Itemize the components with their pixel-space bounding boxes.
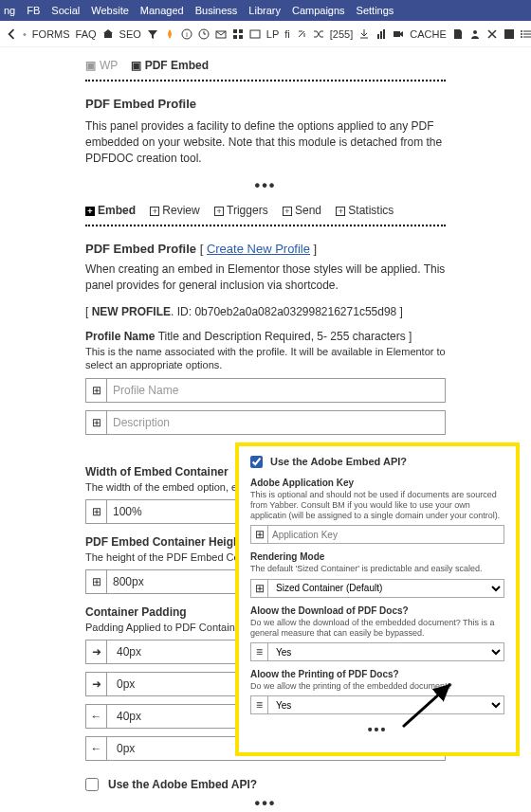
expand-icon[interactable]	[250, 579, 267, 598]
profile-id-line: [ NEW PROFILE. ID: 0b70eb2a0a082a0329982…	[85, 305, 446, 318]
svg-rect-7	[239, 35, 243, 39]
svg-rect-9	[377, 34, 379, 39]
nav-item[interactable]: Settings	[357, 5, 394, 16]
filter-icon[interactable]	[147, 28, 158, 40]
tab-triggers[interactable]: +Triggers	[214, 204, 268, 217]
clock-icon[interactable]	[198, 28, 210, 40]
overlay-print-select[interactable]: Yes	[267, 695, 504, 714]
api-checkbox[interactable]	[85, 778, 99, 791]
divider	[85, 80, 446, 81]
overlay-download-help: Do we allow the download of the embedded…	[250, 618, 504, 640]
top-nav: ng FB Social Website Managed Business Li…	[0, 0, 531, 21]
toolbar-lp[interactable]: LP	[266, 28, 279, 40]
back-icon[interactable]	[6, 28, 17, 40]
overlay-api-label: Use the Adobe Embed API?	[270, 456, 407, 467]
nav-item[interactable]: Business	[195, 5, 238, 16]
tab-statistics[interactable]: +Statistics	[336, 204, 394, 217]
api-label: Use the Adobe Embed API?	[108, 778, 257, 791]
adobe-api-overlay: Use the Adobe Embed API? Adobe Applicati…	[235, 442, 520, 757]
video-icon[interactable]	[393, 28, 404, 40]
create-profile-link[interactable]: Create New Profile	[207, 242, 310, 256]
overlay-print-label: Aloow the Printing of PDF Docs?	[250, 669, 504, 679]
expand-icon[interactable]	[85, 499, 106, 524]
overlay-download-select[interactable]: Yes	[267, 642, 504, 661]
nav-item[interactable]: Managed	[140, 5, 184, 16]
toolbar-seo[interactable]: SEO	[119, 28, 141, 40]
bank-icon[interactable]	[102, 28, 114, 40]
ellipsis-icon[interactable]: •••	[85, 177, 446, 194]
chart-icon[interactable]	[375, 28, 387, 40]
breadcrumb-wp[interactable]: WP	[100, 59, 118, 72]
toolbar-cache[interactable]: CACHE	[410, 28, 447, 40]
toolbar: • FORMS FAQ SEO i LP fi [255] CACHE	[0, 21, 531, 47]
user-icon[interactable]	[469, 28, 481, 40]
overlay-download-label: Aloow the Download of PDF Docs?	[250, 605, 504, 616]
arrow-right-icon[interactable]: ➜	[85, 640, 106, 664]
svg-rect-8	[250, 30, 260, 38]
list-icon[interactable]	[250, 695, 267, 714]
nav-item[interactable]: Campaigns	[292, 5, 345, 16]
profile-intro: When creating an embed in Elementor thos…	[85, 262, 446, 294]
download-icon[interactable]	[358, 28, 370, 40]
arrow-left-icon[interactable]: ←	[85, 704, 106, 729]
toolbar-count: [255]	[330, 28, 353, 40]
svg-point-13	[473, 30, 477, 34]
divider	[85, 225, 446, 226]
list-icon[interactable]	[521, 28, 531, 40]
profile-name-input[interactable]	[106, 378, 446, 403]
tab-review[interactable]: +Review	[150, 204, 199, 217]
svg-rect-11	[383, 29, 385, 39]
section-title: PDF Embed Profile	[85, 97, 446, 111]
overlay-appkey-help: This is optional and should not be used …	[250, 490, 504, 522]
toolbar-faq[interactable]: FAQ	[76, 28, 97, 40]
svg-rect-10	[380, 31, 382, 39]
svg-point-17	[521, 36, 522, 38]
grid-icon[interactable]	[232, 28, 244, 40]
tools-icon[interactable]	[504, 28, 515, 40]
overlay-render-select[interactable]: Sized Container (Default)	[267, 579, 504, 598]
tab-embed[interactable]: +Embed	[85, 204, 136, 217]
window-icon[interactable]	[249, 28, 261, 40]
shuffle-icon[interactable]	[313, 28, 324, 40]
expand-icon[interactable]	[85, 569, 106, 594]
flame-icon[interactable]	[164, 28, 175, 40]
svg-line-19	[403, 684, 450, 727]
toolbar-forms[interactable]: FORMS	[32, 28, 70, 40]
expand-icon[interactable]	[85, 378, 106, 403]
overlay-appkey-label: Adobe Application Key	[250, 478, 504, 488]
nav-item[interactable]: Social	[51, 5, 80, 16]
nav-item[interactable]: FB	[27, 5, 40, 16]
field-help-name: This is the name associated with the pro…	[85, 345, 446, 372]
overlay-print-help: Do we allow the printing of the embedded…	[250, 681, 504, 692]
link-icon[interactable]	[296, 28, 307, 40]
svg-rect-12	[394, 31, 400, 37]
arrow-left-icon[interactable]: ←	[85, 736, 106, 761]
svg-rect-6	[233, 35, 237, 39]
ellipsis-icon[interactable]: •••	[85, 795, 446, 812]
expand-icon[interactable]	[85, 410, 106, 435]
section-desc: This panel provides a facility to define…	[85, 118, 446, 166]
svg-point-16	[521, 33, 522, 35]
tab-send[interactable]: +Send	[283, 204, 321, 217]
overlay-appkey-input[interactable]	[267, 525, 504, 544]
page-icon[interactable]	[452, 28, 464, 40]
ellipsis-icon[interactable]: •••	[250, 722, 504, 737]
overlay-api-checkbox[interactable]	[250, 456, 263, 468]
mail-icon[interactable]	[215, 28, 227, 40]
tab-row: +Embed +Review +Triggers +Send +Statisti…	[85, 204, 446, 217]
breadcrumb-pdf[interactable]: PDF Embed	[145, 59, 209, 72]
nav-item[interactable]: Library	[248, 5, 281, 16]
info-icon[interactable]: i	[181, 28, 192, 40]
description-input[interactable]	[106, 410, 446, 435]
close-icon[interactable]	[486, 28, 498, 40]
profile-heading: PDF Embed Profile [ Create New Profile ]	[85, 242, 446, 256]
overlay-render-label: Rendering Mode	[250, 551, 504, 562]
nav-item[interactable]: ng	[4, 5, 15, 16]
nav-item[interactable]: Website	[91, 5, 129, 16]
expand-icon[interactable]	[250, 525, 267, 544]
list-icon[interactable]	[250, 642, 267, 661]
svg-point-15	[521, 30, 522, 32]
arrow-right-icon[interactable]: ➜	[85, 672, 106, 696]
toolbar-fi[interactable]: fi	[284, 28, 290, 40]
svg-rect-5	[239, 29, 243, 33]
